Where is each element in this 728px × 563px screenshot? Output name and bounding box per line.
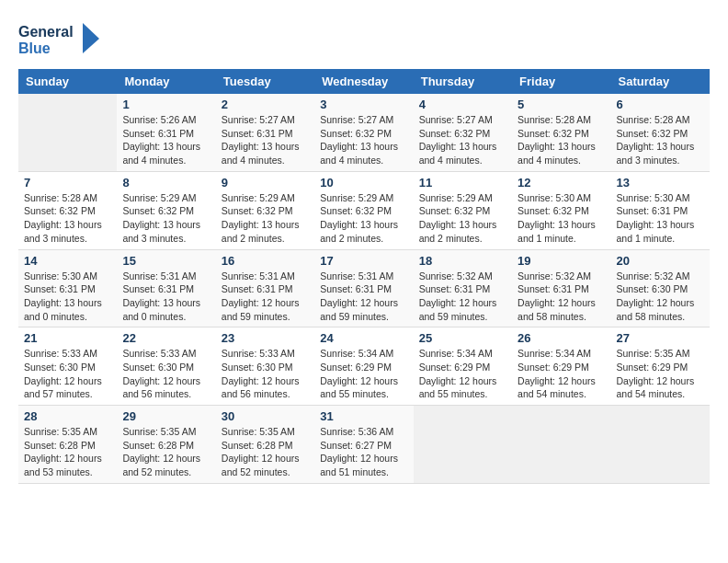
day-number: 8 xyxy=(122,176,210,190)
day-info: Sunrise: 5:32 AMSunset: 6:30 PMDaylight:… xyxy=(617,270,704,324)
calendar-header-row: SundayMondayTuesdayWednesdayThursdayFrid… xyxy=(18,69,710,94)
day-cell: 29Sunrise: 5:35 AMSunset: 6:28 PMDayligh… xyxy=(117,406,215,484)
day-number: 28 xyxy=(24,409,111,423)
day-info: Sunrise: 5:26 AMSunset: 6:31 PMDaylight:… xyxy=(122,113,210,167)
day-cell: 27Sunrise: 5:35 AMSunset: 6:29 PMDayligh… xyxy=(611,327,710,406)
day-number: 14 xyxy=(24,254,111,268)
day-info: Sunrise: 5:34 AMSunset: 6:29 PMDaylight:… xyxy=(518,347,605,401)
day-info: Sunrise: 5:34 AMSunset: 6:29 PMDaylight:… xyxy=(419,347,506,401)
day-cell xyxy=(414,406,512,484)
day-number: 16 xyxy=(222,254,309,268)
day-cell: 30Sunrise: 5:35 AMSunset: 6:28 PMDayligh… xyxy=(216,406,314,484)
day-cell: 7Sunrise: 5:28 AMSunset: 6:32 PMDaylight… xyxy=(18,171,117,249)
day-number: 12 xyxy=(518,176,605,190)
day-cell xyxy=(18,94,117,171)
day-cell: 12Sunrise: 5:30 AMSunset: 6:32 PMDayligh… xyxy=(512,171,610,249)
day-number: 25 xyxy=(419,331,506,345)
day-number: 3 xyxy=(320,98,407,111)
day-info: Sunrise: 5:29 AMSunset: 6:32 PMDaylight:… xyxy=(320,191,407,246)
day-info: Sunrise: 5:31 AMSunset: 6:31 PMDaylight:… xyxy=(122,270,210,324)
header-saturday: Saturday xyxy=(611,69,710,94)
day-number: 13 xyxy=(617,176,704,190)
day-info: Sunrise: 5:27 AMSunset: 6:32 PMDaylight:… xyxy=(419,113,506,167)
day-cell: 8Sunrise: 5:29 AMSunset: 6:32 PMDaylight… xyxy=(117,171,215,249)
week-row-1: 1Sunrise: 5:26 AMSunset: 6:31 PMDaylight… xyxy=(18,94,710,171)
day-number: 6 xyxy=(617,98,704,111)
week-row-2: 7Sunrise: 5:28 AMSunset: 6:32 PMDaylight… xyxy=(18,171,710,249)
day-cell: 17Sunrise: 5:31 AMSunset: 6:31 PMDayligh… xyxy=(314,249,413,327)
day-cell: 23Sunrise: 5:33 AMSunset: 6:30 PMDayligh… xyxy=(216,327,314,406)
day-info: Sunrise: 5:33 AMSunset: 6:30 PMDaylight:… xyxy=(24,347,111,401)
day-number: 9 xyxy=(222,176,309,190)
week-row-4: 21Sunrise: 5:33 AMSunset: 6:30 PMDayligh… xyxy=(18,327,710,406)
day-cell: 21Sunrise: 5:33 AMSunset: 6:30 PMDayligh… xyxy=(18,327,117,406)
day-number: 19 xyxy=(518,254,605,268)
day-cell: 11Sunrise: 5:29 AMSunset: 6:32 PMDayligh… xyxy=(414,171,512,249)
day-cell: 22Sunrise: 5:33 AMSunset: 6:30 PMDayligh… xyxy=(117,327,215,406)
day-cell xyxy=(512,406,610,484)
day-info: Sunrise: 5:31 AMSunset: 6:31 PMDaylight:… xyxy=(320,270,407,324)
day-cell: 19Sunrise: 5:32 AMSunset: 6:31 PMDayligh… xyxy=(512,249,610,327)
page-header: GeneralBlue xyxy=(18,18,710,60)
day-info: Sunrise: 5:35 AMSunset: 6:28 PMDaylight:… xyxy=(24,425,111,479)
day-number: 5 xyxy=(518,98,605,111)
day-info: Sunrise: 5:32 AMSunset: 6:31 PMDaylight:… xyxy=(419,270,506,324)
day-info: Sunrise: 5:27 AMSunset: 6:32 PMDaylight:… xyxy=(320,113,407,167)
day-cell: 2Sunrise: 5:27 AMSunset: 6:31 PMDaylight… xyxy=(216,94,314,171)
logo-svg: GeneralBlue xyxy=(18,18,101,60)
day-number: 1 xyxy=(122,98,210,111)
day-number: 2 xyxy=(222,98,309,111)
day-cell: 4Sunrise: 5:27 AMSunset: 6:32 PMDaylight… xyxy=(414,94,512,171)
day-cell: 14Sunrise: 5:30 AMSunset: 6:31 PMDayligh… xyxy=(18,249,117,327)
day-number: 30 xyxy=(222,409,309,423)
day-number: 21 xyxy=(24,331,111,345)
calendar-table: SundayMondayTuesdayWednesdayThursdayFrid… xyxy=(18,69,710,484)
day-info: Sunrise: 5:29 AMSunset: 6:32 PMDaylight:… xyxy=(419,191,506,246)
day-number: 31 xyxy=(320,409,407,423)
svg-marker-2 xyxy=(83,23,99,53)
day-info: Sunrise: 5:29 AMSunset: 6:32 PMDaylight:… xyxy=(122,191,210,246)
day-info: Sunrise: 5:28 AMSunset: 6:32 PMDaylight:… xyxy=(617,113,704,167)
day-info: Sunrise: 5:29 AMSunset: 6:32 PMDaylight:… xyxy=(222,191,309,246)
svg-text:Blue: Blue xyxy=(18,40,51,56)
day-cell: 15Sunrise: 5:31 AMSunset: 6:31 PMDayligh… xyxy=(117,249,215,327)
day-cell: 20Sunrise: 5:32 AMSunset: 6:30 PMDayligh… xyxy=(611,249,710,327)
day-info: Sunrise: 5:32 AMSunset: 6:31 PMDaylight:… xyxy=(518,270,605,324)
day-number: 22 xyxy=(122,331,210,345)
day-info: Sunrise: 5:28 AMSunset: 6:32 PMDaylight:… xyxy=(518,113,605,167)
day-info: Sunrise: 5:35 AMSunset: 6:29 PMDaylight:… xyxy=(617,347,704,401)
logo: GeneralBlue xyxy=(18,18,101,60)
day-number: 23 xyxy=(222,331,309,345)
svg-text:General: General xyxy=(18,24,74,40)
header-thursday: Thursday xyxy=(414,69,512,94)
day-number: 26 xyxy=(518,331,605,345)
day-info: Sunrise: 5:33 AMSunset: 6:30 PMDaylight:… xyxy=(122,347,210,401)
day-cell: 13Sunrise: 5:30 AMSunset: 6:31 PMDayligh… xyxy=(611,171,710,249)
header-wednesday: Wednesday xyxy=(314,69,413,94)
day-number: 27 xyxy=(617,331,704,345)
day-cell: 3Sunrise: 5:27 AMSunset: 6:32 PMDaylight… xyxy=(314,94,413,171)
day-info: Sunrise: 5:28 AMSunset: 6:32 PMDaylight:… xyxy=(24,191,111,246)
day-cell: 5Sunrise: 5:28 AMSunset: 6:32 PMDaylight… xyxy=(512,94,610,171)
day-cell xyxy=(611,406,710,484)
day-cell: 6Sunrise: 5:28 AMSunset: 6:32 PMDaylight… xyxy=(611,94,710,171)
day-info: Sunrise: 5:33 AMSunset: 6:30 PMDaylight:… xyxy=(222,347,309,401)
day-info: Sunrise: 5:27 AMSunset: 6:31 PMDaylight:… xyxy=(222,113,309,167)
day-info: Sunrise: 5:30 AMSunset: 6:31 PMDaylight:… xyxy=(617,191,704,246)
day-number: 17 xyxy=(320,254,407,268)
day-info: Sunrise: 5:31 AMSunset: 6:31 PMDaylight:… xyxy=(222,270,309,324)
week-row-3: 14Sunrise: 5:30 AMSunset: 6:31 PMDayligh… xyxy=(18,249,710,327)
day-number: 4 xyxy=(419,98,506,111)
day-cell: 16Sunrise: 5:31 AMSunset: 6:31 PMDayligh… xyxy=(216,249,314,327)
day-cell: 24Sunrise: 5:34 AMSunset: 6:29 PMDayligh… xyxy=(314,327,413,406)
day-cell: 31Sunrise: 5:36 AMSunset: 6:27 PMDayligh… xyxy=(314,406,413,484)
header-monday: Monday xyxy=(117,69,215,94)
day-number: 11 xyxy=(419,176,506,190)
day-number: 10 xyxy=(320,176,407,190)
day-info: Sunrise: 5:36 AMSunset: 6:27 PMDaylight:… xyxy=(320,425,407,479)
day-number: 24 xyxy=(320,331,407,345)
day-info: Sunrise: 5:35 AMSunset: 6:28 PMDaylight:… xyxy=(222,425,309,479)
day-info: Sunrise: 5:30 AMSunset: 6:31 PMDaylight:… xyxy=(24,270,111,324)
day-number: 18 xyxy=(419,254,506,268)
day-cell: 28Sunrise: 5:35 AMSunset: 6:28 PMDayligh… xyxy=(18,406,117,484)
